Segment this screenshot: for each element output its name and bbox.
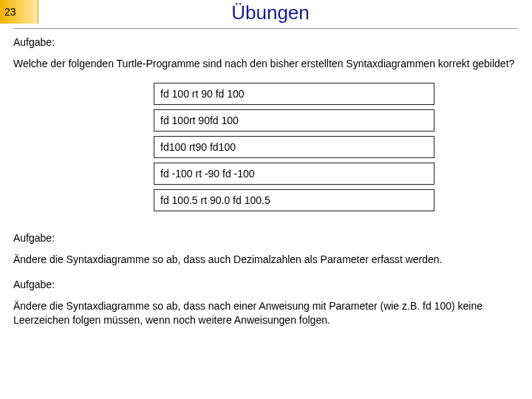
- header-divider: [13, 28, 519, 29]
- content-area: Aufgabe: Welche der folgenden Turtle-Pro…: [0, 36, 532, 327]
- code-option: fd 100 rt 90 fd 100: [154, 83, 434, 105]
- page-number-box: 23: [0, 0, 38, 24]
- code-option: fd100 rt90 fd100: [154, 136, 434, 158]
- task-label-2: Aufgabe:: [13, 232, 519, 244]
- task-label-1: Aufgabe:: [13, 36, 519, 48]
- code-list: fd 100 rt 90 fd 100 fd 100rt 90fd 100 fd…: [154, 83, 434, 211]
- task-text-1: Welche der folgenden Turtle-Programme si…: [13, 57, 519, 71]
- page-number: 23: [4, 6, 16, 18]
- code-option: fd 100.5 rt 90.0 fd 100.5: [154, 189, 434, 211]
- header-row: 23 Übungen: [0, 0, 532, 25]
- task-text-3: Ändere die Syntaxdiagramme so ab, dass n…: [13, 299, 519, 327]
- code-option: fd 100rt 90fd 100: [154, 109, 434, 132]
- task-text-2: Ändere die Syntaxdiagramme so ab, dass a…: [13, 253, 519, 267]
- code-option: fd -100 rt -90 fd -100: [154, 163, 434, 185]
- task-label-3: Aufgabe:: [13, 279, 519, 290]
- page-title: Übungen: [38, 0, 532, 25]
